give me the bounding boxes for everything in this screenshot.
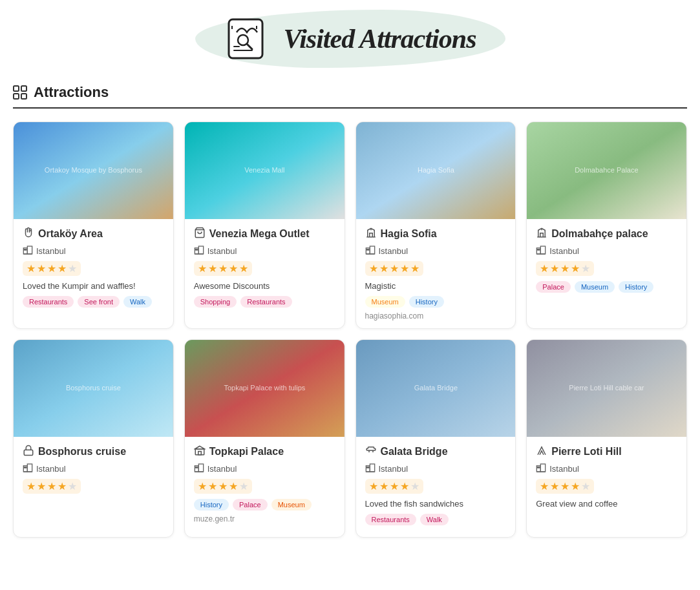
svg-rect-5 [21, 86, 27, 91]
svg-rect-39 [24, 450, 33, 455]
section-header: Attractions [13, 84, 687, 109]
shopping-icon [194, 227, 206, 241]
star-filled: ★ [229, 262, 238, 275]
star-filled: ★ [47, 480, 56, 492]
svg-text:Venezia Mall: Venezia Mall [244, 166, 284, 174]
tag[interactable]: Museum [271, 499, 312, 511]
card-location: Istanbul [536, 463, 677, 475]
star-filled: ★ [27, 262, 36, 275]
city-icon [194, 245, 204, 257]
star-filled: ★ [239, 262, 248, 275]
building-icon [365, 227, 377, 241]
svg-rect-41 [27, 464, 32, 472]
card-image: Topkapi Palace with tulips [185, 340, 345, 437]
card-link[interactable]: muze.gen.tr [194, 514, 335, 523]
card-location: Istanbul [536, 245, 677, 257]
card-name: Venezia Mega Outlet [194, 227, 335, 241]
svg-rect-64 [541, 464, 546, 472]
card-body: Pierre Loti Hill Istanbul ★★★★★ Great vi… [527, 437, 686, 522]
svg-text:Bosphorus cruise: Bosphorus cruise [66, 384, 121, 392]
tag[interactable]: Restaurants [23, 296, 74, 308]
svg-rect-48 [198, 452, 202, 455]
card-body: Topkapi Palace Istanbul ★★★★★ HistoryPal… [185, 437, 345, 531]
star-rating: ★★★★★ [536, 261, 677, 276]
tag[interactable]: Restaurants [365, 514, 416, 525]
svg-rect-29 [368, 249, 368, 250]
card-location: Istanbul [23, 463, 164, 475]
svg-rect-28 [366, 249, 367, 250]
tag[interactable]: Museum [365, 296, 405, 308]
card-body: Bosphorus cruise Istanbul ★★★★★ [14, 437, 173, 507]
tag[interactable]: Shopping [194, 296, 237, 308]
star-filled: ★ [47, 262, 56, 275]
tag[interactable]: Walk [420, 514, 449, 525]
svg-rect-6 [14, 94, 19, 99]
card-location: Istanbul [194, 245, 335, 257]
star-filled: ★ [550, 480, 559, 492]
svg-rect-3 [256, 26, 257, 29]
card-location: Istanbul [23, 245, 164, 257]
page-header: Visited Attractions [13, 13, 687, 65]
svg-rect-7 [21, 94, 27, 99]
logo-icon [224, 13, 275, 65]
building2-icon [194, 445, 206, 459]
card-body: Hagia Sofia Istanbul ★★★★★ Magistic Muse… [356, 219, 516, 328]
svg-rect-36 [539, 249, 540, 250]
card-location: Istanbul [365, 463, 507, 475]
svg-rect-26 [370, 246, 374, 254]
svg-text:Dolmabahce Palace: Dolmabahce Palace [575, 166, 638, 174]
star-rating: ★★★★★ [23, 261, 164, 276]
svg-text:Galata Bridge: Galata Bridge [414, 384, 457, 392]
card-tags: ShoppingRestaurants [194, 296, 335, 308]
svg-rect-13 [25, 249, 25, 250]
star-filled: ★ [37, 480, 46, 492]
star-filled: ★ [550, 262, 559, 275]
tag[interactable]: History [194, 499, 229, 511]
tag[interactable]: Walk [123, 296, 152, 308]
star-empty: ★ [581, 262, 590, 275]
tag[interactable]: History [409, 296, 444, 308]
city-icon [194, 463, 204, 475]
tag[interactable]: Museum [575, 281, 615, 293]
tag[interactable]: History [619, 281, 653, 293]
svg-rect-43 [25, 467, 25, 468]
star-filled: ★ [379, 262, 388, 275]
svg-rect-66 [538, 467, 538, 468]
mountain-icon [536, 445, 547, 459]
tag[interactable]: Palace [233, 499, 268, 511]
star-filled: ★ [369, 480, 378, 492]
lock-icon [23, 445, 34, 459]
hand-icon [23, 227, 34, 241]
card-name: Bosphorus cruise [23, 445, 164, 459]
star-filled: ★ [27, 480, 36, 492]
svg-rect-53 [196, 467, 197, 468]
svg-rect-59 [366, 467, 367, 468]
tag[interactable]: See front [78, 296, 120, 308]
grid-section-icon [13, 85, 27, 100]
attraction-card: Ortakoy Mosque by Bosphorus Ortaköy Area… [13, 121, 174, 329]
svg-rect-57 [370, 464, 374, 472]
card-location: Istanbul [365, 245, 507, 257]
svg-text:Pierre Loti Hill cable car: Pierre Loti Hill cable car [569, 384, 644, 392]
attraction-card: Galata Bridge Galata Bridge Istanbul ★★★… [355, 339, 516, 538]
card-location: Istanbul [194, 463, 335, 475]
card-link[interactable]: hagiasophia.com [365, 311, 507, 321]
svg-rect-35 [538, 249, 538, 250]
card-image: Dolmabahce Palace [527, 122, 686, 219]
svg-rect-52 [195, 467, 196, 468]
attraction-card: Venezia Mall Venezia Mega Outlet Istanbu… [184, 121, 345, 329]
star-filled: ★ [37, 262, 46, 275]
header-content: Visited Attractions [224, 13, 476, 65]
card-name: Topkapi Palace [194, 445, 335, 459]
star-filled: ★ [379, 480, 388, 492]
tag[interactable]: Palace [536, 281, 571, 293]
svg-rect-19 [198, 246, 203, 254]
section-title: Attractions [34, 84, 109, 101]
star-filled: ★ [198, 480, 207, 492]
svg-rect-44 [26, 467, 27, 468]
star-filled: ★ [58, 262, 67, 275]
star-filled: ★ [229, 480, 238, 492]
star-empty: ★ [239, 480, 248, 492]
tag[interactable]: Restaurants [240, 296, 292, 308]
star-filled: ★ [540, 262, 549, 275]
